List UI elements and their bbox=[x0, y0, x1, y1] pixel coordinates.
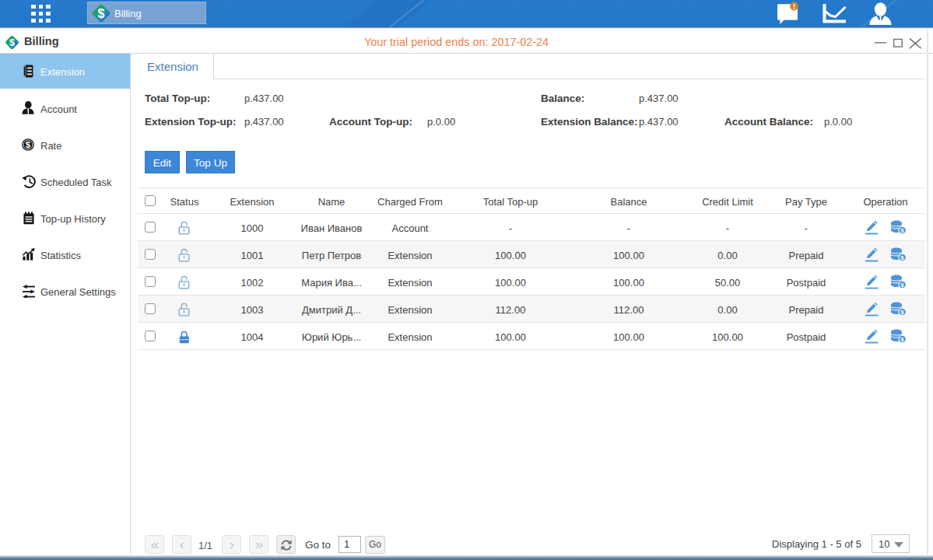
svg-text:$: $ bbox=[98, 7, 105, 20]
svg-text:$: $ bbox=[9, 37, 15, 48]
svg-text:$: $ bbox=[26, 140, 31, 149]
